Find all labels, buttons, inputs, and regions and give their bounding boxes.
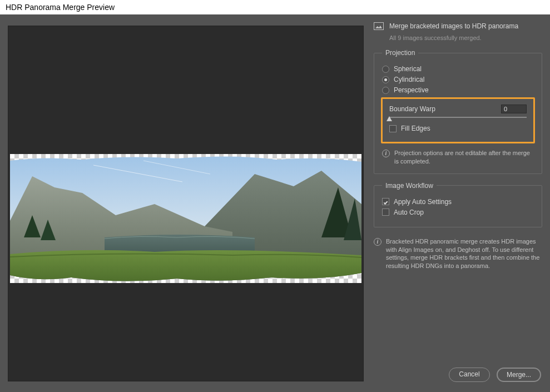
- image-workflow-fieldset: Image Workflow Apply Auto Settings Auto …: [374, 182, 542, 227]
- panorama-icon: [374, 22, 384, 30]
- projection-legend: Projection: [382, 49, 418, 57]
- projection-info: Projection options are not editable afte…: [382, 149, 534, 166]
- checkbox-fill-edges[interactable]: Fill Edges: [389, 125, 527, 132]
- info-icon: [374, 238, 381, 246]
- workflow-legend: Image Workflow: [382, 182, 437, 190]
- window-title-bar: HDR Panorama Merge Preview: [0, 0, 550, 14]
- merge-button[interactable]: Merge...: [497, 368, 541, 382]
- radio-icon: [382, 66, 389, 73]
- radio-spherical[interactable]: Spherical: [382, 65, 534, 73]
- radio-icon: [382, 87, 389, 94]
- dialog-body: Merge bracketed images to HDR panorama A…: [0, 14, 550, 392]
- projection-fieldset: Projection Spherical Cylindrical Perspec…: [374, 49, 542, 174]
- merge-status: All 9 images successfully merged.: [389, 34, 542, 41]
- preview-pane: [8, 26, 364, 381]
- checkbox-icon: [382, 198, 389, 205]
- boundary-warp-row: Boundary Warp: [389, 105, 527, 113]
- radio-cylindrical[interactable]: Cylindrical: [382, 76, 534, 83]
- radio-icon: [382, 76, 389, 83]
- radio-label: Cylindrical: [394, 76, 424, 83]
- footer-info-text: Bracketed HDR panoramic merge creates HD…: [386, 237, 542, 270]
- header-title: Merge bracketed images to HDR panorama: [389, 22, 518, 30]
- checkbox-icon: [389, 125, 397, 132]
- checkbox-icon: [382, 209, 389, 216]
- info-text: Projection options are not editable afte…: [394, 149, 534, 166]
- boundary-warp-label: Boundary Warp: [389, 105, 435, 113]
- cancel-button[interactable]: Cancel: [449, 368, 490, 382]
- checkbox-auto-crop[interactable]: Auto Crop: [382, 209, 534, 216]
- panorama-image: [10, 154, 361, 283]
- radio-perspective[interactable]: Perspective: [382, 86, 534, 94]
- checkbox-apply-auto-settings[interactable]: Apply Auto Settings: [382, 198, 534, 206]
- boundary-warp-highlight: Boundary Warp Fill Edges: [381, 97, 535, 143]
- checkbox-label: Fill Edges: [401, 125, 430, 132]
- dialog-footer: Cancel Merge...: [374, 364, 542, 386]
- panorama-preview: [10, 154, 361, 283]
- checkbox-label: Apply Auto Settings: [394, 198, 452, 206]
- boundary-warp-input[interactable]: [501, 105, 527, 113]
- window-title: HDR Panorama Merge Preview: [6, 3, 115, 12]
- checkbox-label: Auto Crop: [394, 209, 424, 216]
- header: Merge bracketed images to HDR panorama: [374, 22, 542, 30]
- footer-info: Bracketed HDR panoramic merge creates HD…: [374, 237, 542, 270]
- slider-thumb-icon: [387, 116, 392, 121]
- options-panel: Merge bracketed images to HDR panorama A…: [364, 14, 550, 392]
- radio-label: Spherical: [394, 65, 422, 73]
- boundary-warp-slider[interactable]: [389, 117, 527, 118]
- info-icon: [382, 150, 390, 157]
- radio-label: Perspective: [394, 86, 429, 94]
